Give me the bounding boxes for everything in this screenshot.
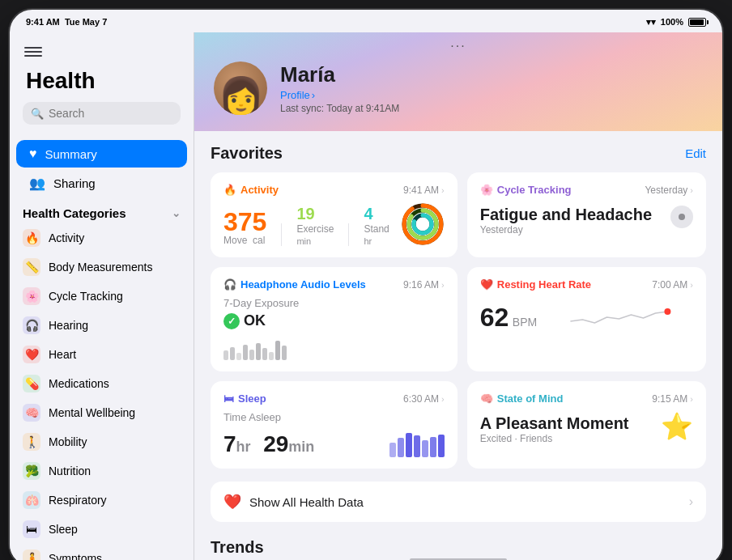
sidebar-item-summary[interactable]: ♥ Summary [16,140,187,168]
state-of-mind-card[interactable]: 🧠 State of Mind 9:15 AM › A Pleasant Mom… [467,381,706,469]
chart-bar [275,341,280,360]
profile-header: ··· 👩 María Profile › Last sync: Today a… [194,32,722,131]
favorites-grid: 🔥 Activity 9:41 AM › 375 [211,172,706,469]
profile-link[interactable]: Profile › [280,89,399,101]
body-label: Body Measurements [49,261,152,274]
sleep-icon: 🛏 [23,520,40,538]
sidebar-item-sleep[interactable]: 🛏 Sleep [10,515,194,544]
sidebar-item-mental-wellbeing[interactable]: 🧠 Mental Wellbeing [10,398,194,427]
trends-title: Trends [211,538,264,557]
chevron-down-icon: ⌄ [172,207,181,219]
chart-bar [262,348,267,360]
battery-icon [688,18,706,27]
mind-value: A Pleasant Moment [480,414,629,433]
rhr-card-title: ❤️ Resting Heart Rate [480,278,591,291]
rhr-unit: BPM [513,316,537,329]
status-bar: 9:41 AM Tue May 7 ▾▾ 100% [10,10,722,32]
mind-icon: 🧠 [480,392,493,405]
show-all-health-data[interactable]: ❤️ Show All Health Data › [211,482,706,522]
status-icons: ▾▾ 100% [646,17,706,28]
rhr-card-time: 7:00 AM › [652,279,693,291]
cycle-tracking-card[interactable]: 🌸 Cycle Tracking Yesterday › Fatigue and… [467,172,706,257]
sidebar-header: Health 🔍 🎙 [10,42,194,139]
app-title: Health [23,68,181,94]
body-icon: 📏 [23,258,40,276]
headphone-icon: 🎧 [223,278,236,291]
stand-value-row: 4 [364,205,389,223]
sleep-bar [406,433,412,457]
sidebar-item-hearing[interactable]: 🎧 Hearing [10,311,194,340]
cycle-card-time: Yesterday › [645,185,693,196]
chart-bar [236,353,241,360]
ok-badge: ✓ OK [223,312,445,329]
sleep-label: Sleep [49,523,78,536]
wifi-icon: ▾▾ [646,17,656,28]
medications-icon: 💊 [23,375,40,392]
activity-card[interactable]: 🔥 Activity 9:41 AM › 375 [211,172,458,257]
sidebar-item-symptoms[interactable]: 🧍 Symptoms [10,544,194,560]
sidebar-item-respiratory[interactable]: 🫁 Respiratory [10,486,194,515]
search-input[interactable] [49,107,190,120]
stand-metric: 4 Stand hr [364,205,389,246]
nutrition-icon: 🥦 [23,462,40,480]
cycle-subtext: Yesterday [480,224,652,235]
chevron-right-icon: › [441,394,445,404]
summary-icon: ♥ [29,146,37,161]
rhr-chart [545,297,693,333]
mind-card-header: 🧠 State of Mind 9:15 AM › [480,392,693,405]
exercise-metric: 19 Exercise min [296,205,334,246]
move-value: 375 [223,209,266,235]
sidebar-item-body-measurements[interactable]: 📏 Body Measurements [10,252,194,282]
sidebar-item-medications[interactable]: 💊 Medications [10,369,194,398]
symptoms-icon: 🧍 [23,549,40,560]
sidebar-toggle-button[interactable] [23,45,45,63]
sidebar-item-mobility[interactable]: 🚶 Mobility [10,427,194,456]
headphone-card-header: 🎧 Headphone Audio Levels 9:16 AM › [223,278,445,291]
symptoms-label: Symptoms [49,552,102,560]
sharing-label: Sharing [53,176,96,190]
chart-bar [249,350,254,361]
mental-icon: 🧠 [23,404,40,422]
mind-card-time: 9:15 AM › [652,393,693,405]
sidebar-item-nutrition[interactable]: 🥦 Nutrition [10,456,194,486]
sleep-card-time: 6:30 AM › [403,393,445,405]
sleep-chart [389,426,445,457]
sidebar-item-activity[interactable]: 🔥 Activity [10,223,194,252]
profile-info: María Profile › Last sync: Today at 9:41… [280,62,399,114]
headphone-card[interactable]: 🎧 Headphone Audio Levels 9:16 AM › 7-Day… [211,267,458,371]
sleep-bar [438,435,445,458]
sidebar-item-cycle-tracking[interactable]: 🌸 Cycle Tracking [10,282,194,311]
mobility-label: Mobility [49,435,87,448]
cycle-card-icon: 🌸 [480,184,493,196]
headphone-card-title: 🎧 Headphone Audio Levels [223,278,366,291]
exercise-value-row: 19 [296,205,334,223]
stand-label: Stand [364,223,389,235]
resting-heart-rate-card[interactable]: ❤️ Resting Heart Rate 7:00 AM › 62 [467,267,706,371]
chart-bar [256,343,261,360]
search-icon: 🔍 [31,108,44,120]
sleep-bar [414,435,420,457]
chevron-right-icon: › [690,394,693,404]
avatar: 👩 [214,62,267,115]
hearing-label: Hearing [49,319,88,332]
sleep-card[interactable]: 🛏 Sleep 6:30 AM › Time Asleep [211,381,458,469]
heart-health-icon: ❤️ [223,493,241,511]
search-bar[interactable]: 🔍 🎙 [23,102,181,125]
mobility-icon: 🚶 [23,433,40,451]
sidebar-item-heart[interactable]: ❤️ Heart [10,340,194,369]
stand-value: 4 [364,205,372,223]
favorites-header: Favorites Edit [211,144,706,163]
sleep-label: Time Asleep [223,411,445,423]
sleep-bar [389,443,396,457]
chevron-right-icon: › [690,185,693,195]
checkmark-icon: ✓ [223,313,240,329]
medications-label: Medications [49,377,109,390]
cycle-icon: 🌸 [23,287,40,305]
headphone-chart [223,336,445,360]
headphone-card-time: 9:16 AM › [403,279,445,291]
svg-point-6 [665,308,671,315]
edit-button[interactable]: Edit [685,146,706,160]
ipad-frame: 9:41 AM Tue May 7 ▾▾ 100% Health 🔍 🎙 [8,8,724,560]
sleep-card-icon: 🛏 [223,392,234,405]
sidebar-item-sharing[interactable]: 👥 Sharing [16,169,187,197]
